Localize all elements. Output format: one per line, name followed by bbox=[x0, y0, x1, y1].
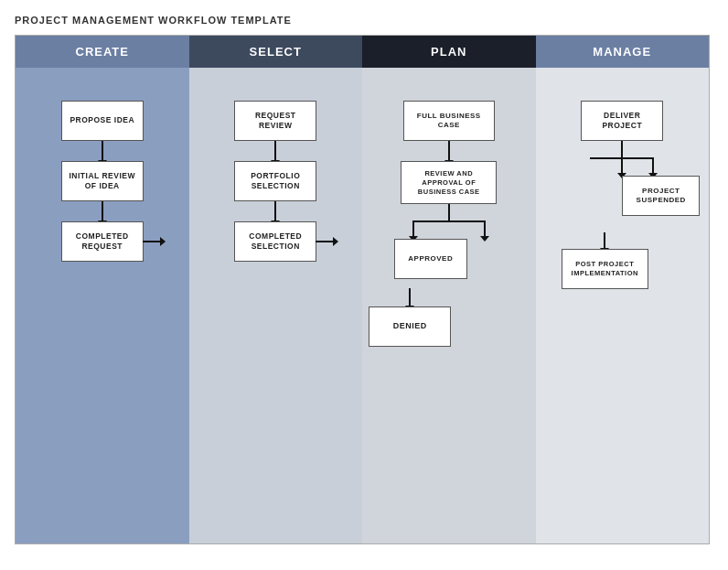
node-approved: APPROVED bbox=[394, 239, 467, 279]
plan-fork-connector: APPROVED bbox=[401, 204, 497, 347]
node-portfolio-selection: PORTFOLIO SELECTION bbox=[234, 161, 316, 201]
col-header-select: SELECT bbox=[189, 36, 363, 68]
col-header-create: CREATE bbox=[16, 36, 189, 68]
arrow-create-2 bbox=[102, 201, 103, 221]
body-row: PROPOSE IDEA INITIAL REVIEW OF IDEA COMP… bbox=[16, 68, 709, 543]
node-propose-idea: PROPOSE IDEA bbox=[61, 101, 144, 141]
workflow-container: CREATE SELECT PLAN MANAGE PROPOSE IDEA I… bbox=[15, 35, 710, 544]
col-plan: FULL BUSINESS CASE REVIEW AND APPROVAL O… bbox=[362, 68, 536, 543]
col-header-plan: PLAN bbox=[362, 36, 536, 68]
col-create: PROPOSE IDEA INITIAL REVIEW OF IDEA COMP… bbox=[16, 68, 189, 543]
col-header-manage: MANAGE bbox=[536, 36, 710, 68]
node-full-business-case: FULL BUSINESS CASE bbox=[403, 101, 495, 141]
node-review-approval: REVIEW AND APPROVAL OF BUSINESS CASE bbox=[401, 161, 497, 204]
col-manage: DELIVER PROJECT bbox=[536, 68, 710, 543]
arrow-create-to-select bbox=[143, 241, 161, 242]
node-review-idea: INITIAL REVIEW OF IDEA bbox=[61, 161, 144, 201]
page-title: PROJECT MANAGEMENT WORKFLOW TEMPLATE bbox=[15, 15, 713, 26]
arrow-create-1 bbox=[102, 141, 103, 161]
node-project-suspended: PROJECT SUSPENDED bbox=[622, 176, 700, 216]
arrow-select-to-plan bbox=[316, 241, 334, 242]
node-deliver-project: DELIVER PROJECT bbox=[581, 101, 663, 141]
arrow-select-1 bbox=[274, 141, 276, 161]
node-denied: DENIED bbox=[369, 307, 451, 347]
col-select: REQUEST REVIEW PORTFOLIO SELECTION COMPL… bbox=[189, 68, 363, 543]
header-row: CREATE SELECT PLAN MANAGE bbox=[16, 36, 709, 68]
node-completed-request: COMPLETED REQUEST bbox=[61, 221, 144, 262]
arrow-plan-1 bbox=[448, 141, 450, 161]
node-request-review: REQUEST REVIEW bbox=[234, 101, 316, 141]
arrow-select-2 bbox=[274, 201, 276, 221]
fork-approved: APPROVED bbox=[394, 239, 467, 279]
node-completed-selection: COMPLETED SELECTION bbox=[234, 221, 316, 262]
node-post-project: POST PROJECT IMPLEMENTATION bbox=[562, 249, 648, 289]
